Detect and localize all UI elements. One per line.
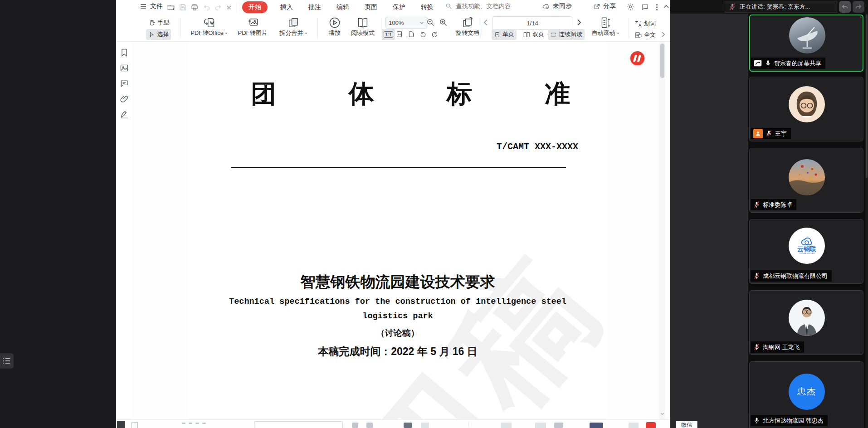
participant-tile[interactable]: 王宇 — [749, 77, 863, 141]
fit-width-button[interactable] — [395, 30, 403, 38]
doc-type-heading: 团体标准 — [251, 77, 643, 112]
document-canvas[interactable]: 初稿 团体标准 T/CAMT XXX-XXXX 智慧钢铁物流园建设技术要求 Te… — [132, 42, 665, 419]
file-menu[interactable]: 文件 — [140, 2, 163, 10]
document-scrollbar[interactable] — [659, 42, 665, 419]
play-button[interactable]: 播放 — [323, 16, 346, 37]
doc-title-cn: 智慧钢铁物流园建设技术要求 — [188, 272, 607, 292]
ribbon-overflow-chevron[interactable] — [661, 32, 665, 37]
avatar-yunganglian-logo: 云钢联 YUNGANGLIAN — [789, 228, 825, 264]
status-bar — [116, 419, 670, 428]
draft-note: （讨论稿） — [188, 327, 607, 339]
split-merge-button[interactable]: 拆分合并 — [276, 16, 311, 37]
pdf-to-image-button[interactable]: PDF转图片 — [233, 16, 272, 37]
cloud-sync-icon — [541, 2, 551, 10]
titlebar: 文件 开始 插入 批注 编辑 页面 保 — [116, 0, 670, 15]
presenter-badge-icon — [753, 129, 763, 138]
more-options-icon[interactable] — [656, 4, 658, 11]
tab-insert[interactable]: 插入 — [278, 1, 296, 13]
rotate-document-button[interactable]: 旋转文档 — [453, 16, 483, 37]
auto-scroll-button[interactable]: 自动滚动 — [590, 16, 621, 37]
screen-share-icon — [754, 60, 762, 67]
meeting-scrollbar-thumb[interactable] — [866, 15, 868, 178]
scroll-down-arrow[interactable] — [660, 413, 664, 415]
word-translate-icon — [634, 20, 642, 28]
reading-mode-label: 阅读模式 — [351, 29, 375, 37]
reading-mode-button[interactable]: 阅读模式 — [348, 16, 377, 37]
floating-list-widget[interactable] — [0, 353, 14, 369]
toolbar-options-chevron[interactable] — [226, 5, 232, 10]
search-box[interactable] — [445, 2, 525, 10]
double-page-label: 双页 — [532, 30, 544, 39]
next-page-button[interactable] — [577, 19, 581, 26]
single-page-button[interactable]: 单页 — [492, 29, 517, 40]
hand-tool[interactable]: 手型 — [146, 17, 171, 28]
undo-button[interactable] — [203, 4, 211, 11]
chat-icon[interactable] — [641, 3, 649, 11]
participant-tile[interactable]: 云钢联 YUNGANGLIAN 成都云钢联物流有限公司 — [749, 219, 863, 284]
rotate-left-button[interactable] — [419, 30, 427, 38]
tab-home[interactable]: 开始 — [242, 1, 268, 13]
wps-red-badge[interactable] — [630, 51, 644, 65]
tab-comment[interactable]: 批注 — [306, 1, 324, 13]
participant-tile[interactable]: 忠杰 北方恒达物流园 韩忠杰 — [749, 361, 863, 428]
print-button[interactable] — [190, 3, 199, 11]
pdf-to-office-button[interactable]: PDF转Office — [190, 16, 229, 37]
share-button[interactable]: 分享 — [593, 2, 616, 10]
avatar-man-in-suit — [789, 300, 825, 336]
speaking-banner: 正在讲话: 贺宗春; 京东方... — [725, 1, 837, 13]
open-button[interactable] — [167, 3, 175, 11]
overlay-logo-icon — [839, 1, 851, 13]
rotate-document-label: 旋转文档 — [456, 29, 479, 37]
redo-button[interactable] — [214, 4, 222, 11]
word-translate-button[interactable]: 划词 — [632, 18, 658, 29]
share-label: 分享 — [603, 2, 616, 10]
participant-label: 成都云钢联物流有限公司 — [751, 270, 832, 282]
meeting-scrollbar[interactable] — [865, 14, 868, 428]
participant-label: 王宇 — [751, 128, 791, 139]
continuous-reading-button[interactable]: 连续阅读 — [548, 29, 585, 40]
prev-page-button[interactable] — [483, 19, 488, 26]
page-indicator-input[interactable] — [493, 16, 572, 30]
fit-page-button[interactable] — [407, 30, 415, 38]
bookmark-icon[interactable] — [120, 48, 129, 57]
tab-edit[interactable]: 编辑 — [334, 1, 352, 13]
actual-size-button[interactable]: 1:1 — [382, 29, 395, 40]
comment-panel-icon[interactable] — [120, 79, 129, 88]
participant-tile[interactable]: 贺宗春的屏幕共享 — [749, 15, 863, 72]
attachment-icon[interactable] — [120, 94, 129, 103]
full-translate-button[interactable]: 全文 — [632, 29, 658, 40]
sync-status[interactable]: 未同步 — [541, 2, 572, 10]
select-tool[interactable]: 选择 — [146, 29, 171, 40]
zoom-out-button[interactable] — [426, 18, 435, 27]
statusbar-page-icon[interactable] — [132, 422, 138, 428]
tab-page[interactable]: 页面 — [362, 1, 380, 13]
dropdown-caret — [225, 33, 228, 35]
play-icon — [328, 16, 341, 29]
signature-icon[interactable] — [120, 110, 129, 119]
image-panel-icon[interactable] — [120, 63, 129, 73]
mic-muted-icon — [753, 272, 760, 280]
cursor-icon — [148, 31, 155, 38]
logo-subtext: YUNGANGLIAN — [799, 252, 815, 254]
tab-convert[interactable]: 转换 — [418, 1, 436, 13]
save-button[interactable] — [179, 3, 187, 11]
mic-muted-icon — [753, 343, 760, 351]
participant-tile[interactable]: 淘钢网 王龙飞 — [749, 290, 863, 355]
wps-pdf-window: 文件 开始 插入 批注 编辑 页面 保 — [116, 0, 670, 428]
participant-tile[interactable]: 标准委陈卓 — [749, 148, 863, 213]
search-input[interactable] — [455, 2, 525, 10]
settings-gear-icon[interactable] — [626, 3, 634, 11]
meeting-panel: 正在讲话: 贺宗春; 京东方... 贺宗春的屏幕共享 — [670, 0, 868, 428]
double-page-icon — [523, 31, 531, 38]
tab-protect[interactable]: 保护 — [390, 1, 408, 13]
scrollbar-thumb[interactable] — [660, 44, 664, 78]
zoom-level-dropdown[interactable]: 100% — [385, 17, 427, 29]
wps-taskbar-icon[interactable] — [646, 422, 656, 428]
zoom-in-button[interactable] — [439, 18, 448, 27]
wechat-tooltip: 微信 — [676, 421, 697, 428]
statusbar-input[interactable] — [254, 421, 343, 428]
pdf-to-office-label: PDF转Office — [190, 29, 224, 37]
collapse-ribbon-icon[interactable] — [663, 5, 669, 9]
rotate-right-button[interactable] — [431, 30, 439, 38]
completion-date-line: 本稿完成时间：2022 年 5 月 16 日 — [188, 345, 607, 359]
